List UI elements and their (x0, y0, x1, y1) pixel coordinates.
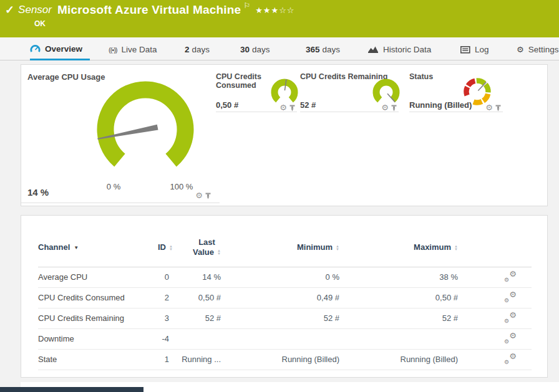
tab-365-days[interactable]: 365days (306, 37, 348, 60)
tab-30-days[interactable]: 30days (240, 37, 278, 60)
edit-channel-gears-icon[interactable]: ⚙⚙ (504, 292, 517, 302)
live-data-icon: ((•)) (109, 46, 117, 54)
chart-icon (368, 45, 379, 54)
channel-id-cell: -4 (158, 328, 170, 349)
tab-log[interactable]: Log (460, 37, 497, 60)
maximum-cell: 52 # (341, 308, 459, 328)
channel-actions-cell: ⚙⚙ (459, 267, 532, 287)
tab-historic-data[interactable]: Historic Data (368, 37, 439, 60)
gauge-value: 52 # (300, 100, 316, 110)
maximum-cell: 0,50 # (341, 287, 459, 308)
tab-live-data[interactable]: ((•)) Live Data (109, 37, 165, 60)
table-row: CPU Credits Consumed 2 0,50 # 0,49 # 0,5… (38, 287, 532, 308)
panel-status: Status Running (Billed) ⚙ (409, 71, 503, 112)
tab-label: Log (475, 45, 489, 54)
channel-name-cell: Average CPU (38, 267, 158, 287)
tab-label: Historic Data (383, 45, 431, 54)
minimum-cell: 52 # (222, 308, 341, 328)
table-row: Average CPU 0 14 % 0 % 38 % ⚙⚙ (38, 267, 532, 287)
stars-filled: ★★★ (255, 6, 279, 15)
gauge-icon (30, 44, 41, 54)
tab-label: Overview (45, 44, 82, 54)
pin-icon[interactable] (205, 193, 211, 199)
panel-title: Status (409, 72, 433, 81)
channels-table: Channel▼ ID▲▼ LastValue▲▼ Minimum▲▼ Maxi… (38, 233, 532, 370)
pin-icon[interactable] (495, 105, 501, 112)
footer-bar (0, 387, 143, 392)
gear-icon[interactable]: ⚙ (485, 104, 493, 112)
prtg-sensor-page: ✓ Sensor Microsoft Azure Virtual Machine… (0, 0, 559, 392)
maximum-cell: 38 % (341, 267, 459, 287)
gear-icon[interactable]: ⚙ (381, 104, 389, 112)
stars-empty: ☆☆ (279, 6, 294, 15)
status-badge: OK (34, 19, 46, 28)
tab-label: Settings (528, 45, 559, 54)
edit-channel-gears-icon[interactable]: ⚙⚙ (504, 353, 517, 363)
cpu-usage-gauge (92, 77, 198, 183)
tab-settings[interactable]: ⚙ Settings (517, 37, 559, 60)
table-header-row: Channel▼ ID▲▼ LastValue▲▼ Minimum▲▼ Maxi… (38, 233, 532, 267)
priority-stars[interactable]: ★★★☆☆ (255, 6, 294, 15)
channel-id-cell: 1 (158, 349, 170, 370)
table-row: Downtime -4 ⚙⚙ (38, 328, 532, 349)
channel-id-cell: 0 (158, 267, 170, 287)
gauges-card: Average CPU Usage 0 % 100 % 14 % ⚙ (21, 64, 548, 206)
column-header-maximum[interactable]: Maximum▲▼ (341, 233, 459, 267)
sort-icon: ▲▼ (169, 245, 173, 251)
status-check-icon: ✓ (5, 3, 14, 17)
gauge-min-label: 0 % (95, 182, 132, 191)
tab-2-days[interactable]: 2days (185, 37, 217, 60)
channel-actions-cell: ⚙⚙ (459, 328, 532, 349)
last-value-cell: 52 # (170, 308, 222, 328)
column-header-channel[interactable]: Channel▼ (38, 233, 158, 267)
sort-icon: ▲▼ (454, 245, 458, 251)
gauge-value: 14 % (27, 187, 49, 198)
minimum-cell: 0,49 # (222, 287, 341, 308)
sort-icon: ▲▼ (217, 249, 221, 256)
minimum-cell: Running (Billed) (222, 349, 341, 370)
edit-channel-gears-icon[interactable]: ⚙⚙ (504, 312, 517, 322)
sort-icon: ▲▼ (336, 245, 339, 251)
panel-cpu-credits-remaining: CPU Credits Remaining 52 # ⚙ (300, 71, 399, 112)
tab-bar: Overview ((•)) Live Data 2days 30days 36… (0, 37, 559, 60)
maximum-cell (341, 328, 459, 349)
gauge-value: Running (Billed) (409, 100, 472, 110)
channel-name-cell: Downtime (38, 328, 158, 349)
channel-actions-cell: ⚙⚙ (459, 308, 532, 328)
tab-overview[interactable]: Overview (30, 37, 90, 60)
edit-channel-gears-icon[interactable]: ⚙⚙ (504, 333, 517, 343)
minimum-cell (222, 328, 341, 349)
gauge-max-label: 100 % (163, 182, 200, 191)
log-list-icon (460, 46, 470, 54)
table-row: CPU Credits Remaining 3 52 # 52 # 52 # ⚙… (38, 308, 532, 328)
channels-card: Channel▼ ID▲▼ LastValue▲▼ Minimum▲▼ Maxi… (21, 215, 548, 378)
last-value-cell (170, 328, 222, 349)
tab-label: Live Data (122, 45, 157, 54)
channel-actions-cell: ⚙⚙ (459, 349, 532, 370)
column-header-id[interactable]: ID▲▼ (158, 233, 170, 267)
column-header-last-value[interactable]: LastValue▲▼ (170, 233, 222, 267)
pin-icon[interactable] (289, 105, 295, 112)
gear-icon[interactable]: ⚙ (195, 192, 203, 199)
minimum-cell: 0 % (222, 267, 341, 287)
gear-icon: ⚙ (517, 45, 524, 54)
edit-channel-gears-icon[interactable]: ⚙⚙ (504, 271, 517, 281)
channel-name-cell: CPU Credits Remaining (38, 308, 158, 328)
page-title: Microsoft Azure Virtual Machine (57, 3, 241, 17)
channel-actions-cell: ⚙⚙ (459, 287, 532, 308)
flag-icon[interactable]: ⚐ (243, 1, 250, 10)
sensor-banner: ✓ Sensor Microsoft Azure Virtual Machine… (0, 0, 559, 37)
gauge-value: 0,50 # (216, 100, 238, 110)
channel-name-cell: CPU Credits Consumed (38, 287, 158, 308)
channel-id-cell: 3 (158, 308, 170, 328)
last-value-cell: 0,50 # (170, 287, 222, 308)
pin-icon[interactable] (391, 105, 397, 112)
object-kind-label: Sensor (18, 4, 52, 16)
last-value-cell: 14 % (170, 267, 222, 287)
panel-average-cpu-usage: Average CPU Usage 0 % 100 % 14 % ⚙ (21, 65, 220, 203)
gear-icon[interactable]: ⚙ (280, 104, 287, 112)
panel-cpu-credits-consumed: CPU Credits Consumed 0,50 # ⚙ (216, 71, 297, 112)
column-header-minimum[interactable]: Minimum▲▼ (222, 233, 341, 267)
maximum-cell: Running (Billed) (341, 349, 459, 370)
last-value-cell: Running ... (170, 349, 222, 370)
